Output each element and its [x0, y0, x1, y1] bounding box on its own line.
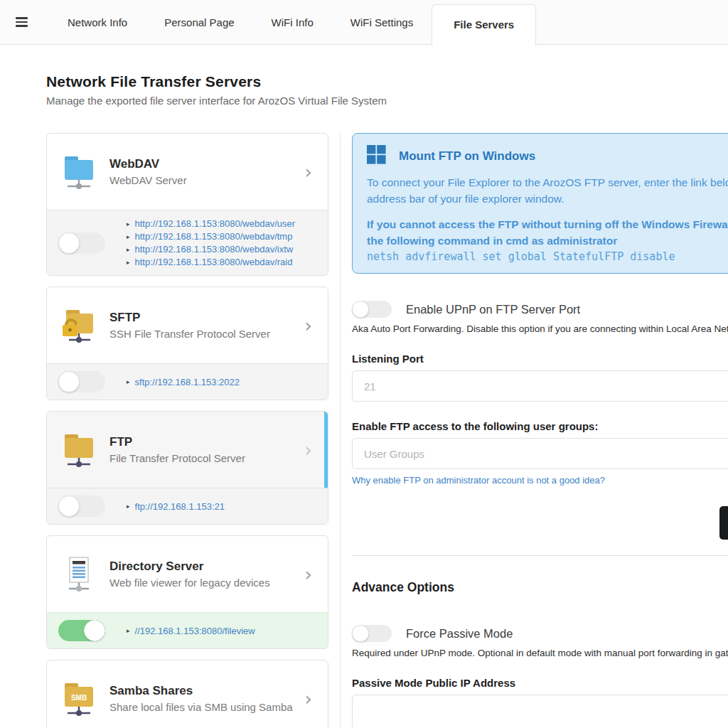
page-subtitle: Manage the exported file server interfac…: [46, 95, 728, 107]
ftp-link[interactable]: ftp://192.168.1.153:21: [135, 500, 225, 513]
upnp-toggle-label: Enable UPnP on FTP Server Port: [406, 303, 580, 316]
advance-options-heading: Advance Options: [352, 580, 728, 595]
server-card-webdav-header[interactable]: WebDAV WebDAV Server ›: [47, 134, 328, 210]
mount-ftp-info-box: Mount FTP on Windows To connect your Fil…: [352, 133, 728, 274]
svg-text:SMB: SMB: [71, 694, 87, 702]
admin-ftp-warning-link[interactable]: Why enable FTP on administrator account …: [352, 475, 605, 486]
smb-folder-icon: SMB: [60, 680, 98, 718]
webdav-link[interactable]: http://192.168.1.153:8080/webdav/raid: [135, 256, 293, 268]
server-card-sftp: SFTP SSH File Transfer Protocol Server ›…: [46, 287, 328, 400]
server-card-directory-header[interactable]: Directory Server Web file viewer for leg…: [47, 536, 328, 612]
webdav-enable-toggle[interactable]: [58, 232, 105, 254]
ftp-settings-panel: Mount FTP on Windows To connect your Fil…: [352, 133, 728, 728]
server-description: WebDAV Server: [109, 174, 302, 186]
chevron-right-icon: ›: [302, 565, 315, 584]
force-passive-helper-text: Required under UPnP mode. Optional in de…: [352, 648, 728, 658]
user-groups-input[interactable]: [352, 438, 728, 469]
link-bullet-icon: ▸: [127, 378, 130, 385]
link-bullet-icon: ▸: [127, 627, 130, 634]
ftp-enable-toggle[interactable]: [58, 496, 105, 517]
webdav-link[interactable]: http://192.168.1.153:8080/webdav/tmp: [135, 230, 293, 242]
user-groups-label: Enable FTP access to the following user …: [352, 420, 728, 432]
listening-port-label: Listening Port: [352, 353, 728, 365]
server-card-webdav-footer: ▸http://192.168.1.153:8080/webdav/user ▸…: [47, 210, 328, 275]
server-name: Samba Shares: [109, 684, 302, 698]
network-folder-blue-icon: [60, 153, 98, 191]
server-card-sftp-header[interactable]: SFTP SSH File Transfer Protocol Server ›: [47, 287, 328, 363]
info-box-command: netsh advfirewall set global StatefulFTP…: [367, 250, 728, 263]
windows-logo-icon: [367, 145, 386, 167]
tab-wifi-info[interactable]: WiFi Info: [253, 16, 332, 28]
server-description: Web file viewer for legacy devices: [109, 577, 302, 589]
page-title: Network File Transfer Servers: [46, 73, 728, 90]
server-card-sftp-footer: ▸sftp://192.168.1.153:2022: [47, 363, 328, 400]
network-folder-yellow-icon: [60, 431, 98, 469]
server-description: SSH File Transfer Protocol Server: [109, 328, 302, 340]
tab-wifi-settings[interactable]: WiFi Settings: [332, 16, 432, 28]
server-card-directory-footer: ▸//192.168.1.153:8080/fileview: [47, 612, 328, 648]
upnp-helper-text: Aka Auto Port Forwarding. Disable this o…: [352, 323, 728, 334]
server-name: Directory Server: [109, 560, 302, 574]
selected-accent-bar: [324, 412, 328, 488]
chevron-right-icon: ›: [302, 163, 315, 181]
link-bullet-icon: ▸: [127, 220, 130, 228]
directory-enable-toggle[interactable]: [58, 620, 105, 641]
tab-network-info[interactable]: Network Info: [49, 16, 146, 28]
chevron-right-icon: ›: [302, 690, 315, 708]
link-bullet-icon: ▸: [127, 259, 130, 266]
upnp-toggle[interactable]: [352, 301, 392, 318]
info-box-paragraph: To connect your File Explorer to the Aro…: [367, 174, 728, 208]
network-folder-lock-icon: [60, 306, 98, 345]
server-name: FTP: [109, 435, 302, 449]
document-server-icon: [60, 555, 98, 594]
force-passive-toggle[interactable]: [352, 625, 392, 642]
server-card-directory: Directory Server Web file viewer for leg…: [46, 535, 328, 649]
server-card-samba: SMB Samba Shares Share local files via S…: [46, 660, 328, 728]
info-box-warning: If you cannot access the FTP without tur…: [367, 216, 728, 250]
force-passive-label: Force Passive Mode: [406, 627, 513, 641]
hamburger-icon[interactable]: [16, 17, 28, 27]
server-card-ftp: FTP File Transfer Protocol Server › ▸ftp…: [46, 411, 328, 525]
section-divider: [352, 555, 728, 556]
chevron-right-icon: ›: [302, 316, 315, 335]
server-card-ftp-header[interactable]: FTP File Transfer Protocol Server ›: [47, 412, 328, 488]
server-card-webdav: WebDAV WebDAV Server › ▸http://192.168.1…: [46, 133, 328, 276]
sftp-link[interactable]: sftp://192.168.1.153:2022: [135, 376, 240, 388]
column-divider: [340, 133, 341, 728]
server-name: WebDAV: [109, 157, 302, 171]
tab-personal-page[interactable]: Personal Page: [146, 16, 252, 28]
chevron-right-icon: ›: [302, 441, 315, 459]
info-box-title: Mount FTP on Windows: [399, 149, 535, 164]
server-description: Share local files via SMB using Samba: [109, 701, 302, 713]
tab-file-servers[interactable]: File Servers: [432, 4, 536, 46]
link-bullet-icon: ▸: [127, 246, 130, 253]
server-description: File Transfer Protocol Server: [109, 452, 302, 464]
webdav-link[interactable]: http://192.168.1.153:8080/webdav/user: [135, 218, 296, 230]
link-bullet-icon: ▸: [127, 233, 130, 240]
top-navigation: Network Info Personal Page WiFi Info WiF…: [0, 0, 728, 45]
server-card-list: WebDAV WebDAV Server › ▸http://192.168.1…: [46, 133, 328, 728]
update-button[interactable]: Update: [719, 506, 728, 540]
server-card-samba-header[interactable]: SMB Samba Shares Share local files via S…: [47, 660, 328, 728]
public-ip-label: Passive Mode Public IP Address: [352, 677, 728, 689]
public-ip-input[interactable]: [352, 695, 728, 728]
sftp-enable-toggle[interactable]: [58, 371, 105, 392]
server-card-ftp-footer: ▸ftp://192.168.1.153:21: [47, 488, 328, 524]
webdav-link[interactable]: http://192.168.1.153:8080/webdav/ixtw: [135, 243, 294, 255]
link-bullet-icon: ▸: [127, 503, 130, 510]
server-name: SFTP: [109, 311, 302, 325]
directory-link[interactable]: //192.168.1.153:8080/fileview: [135, 625, 255, 637]
listening-port-input[interactable]: [352, 370, 728, 402]
